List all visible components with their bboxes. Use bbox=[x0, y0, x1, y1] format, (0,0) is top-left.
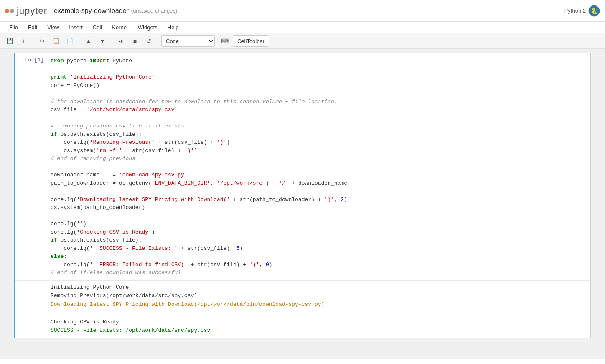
keyboard-button[interactable]: ⌨ bbox=[219, 35, 231, 47]
jupyter-text: jupyter bbox=[17, 5, 47, 16]
menu-insert[interactable]: Insert bbox=[65, 23, 87, 32]
output-line-3: Downloading latest SPY Pricing with Down… bbox=[51, 301, 324, 308]
cell-prompt: In [1]: bbox=[15, 53, 49, 280]
restart-button[interactable]: ↺ bbox=[142, 35, 155, 47]
menu-cell[interactable]: Cell bbox=[89, 23, 106, 32]
copy-button[interactable]: 📋 bbox=[50, 35, 62, 47]
menu-help[interactable]: Help bbox=[163, 23, 183, 32]
code-block: from pycore import PyCore print 'Initial… bbox=[51, 57, 587, 277]
separator-1 bbox=[33, 36, 33, 46]
menu-file[interactable]: File bbox=[5, 23, 22, 32]
add-cell-button[interactable]: + bbox=[17, 35, 30, 47]
skip-button[interactable]: ⏭ bbox=[115, 35, 127, 47]
separator-4 bbox=[158, 36, 158, 46]
main-content: In [1]: from pycore import PyCore print … bbox=[0, 49, 605, 359]
output-line-5: Checking CSV is Ready bbox=[51, 319, 119, 325]
cell-input: In [1]: from pycore import PyCore print … bbox=[15, 53, 590, 280]
celltoolbar-button[interactable]: CellToolbar bbox=[233, 35, 269, 47]
python-icon: 🐍 bbox=[588, 5, 600, 17]
move-down-button[interactable]: ▼ bbox=[96, 35, 109, 47]
cell-output: Initializing Python Core Removing Previo… bbox=[15, 280, 590, 338]
logo-circles bbox=[5, 9, 14, 13]
header: jupyter example-spy-downloader (unsaved … bbox=[0, 0, 605, 22]
menu-kernel[interactable]: Kernel bbox=[108, 23, 132, 32]
paste-button[interactable]: 📄 bbox=[64, 35, 76, 47]
toolbar: 💾 + ✂ 📋 📄 ▲ ▼ ⏭ ■ ↺ Code Markdown Raw NB… bbox=[0, 33, 605, 49]
logo-circle-orange bbox=[5, 9, 9, 13]
cut-button[interactable]: ✂ bbox=[36, 35, 48, 47]
cell-type-select[interactable]: Code Markdown Raw NBConvert Heading bbox=[161, 35, 215, 47]
notebook-title[interactable]: example-spy-downloader bbox=[54, 7, 129, 15]
python-label: Python 2 bbox=[564, 8, 586, 14]
move-up-button[interactable]: ▲ bbox=[82, 35, 95, 47]
python-badge: Python 2 🐍 bbox=[564, 5, 600, 17]
stop-button[interactable]: ■ bbox=[129, 35, 141, 47]
output-line-6: SUCCESS - File Exists: /opt/work/data/sr… bbox=[51, 327, 210, 333]
output-line-1: Initializing Python Core bbox=[51, 284, 129, 290]
menu-widgets[interactable]: Widgets bbox=[134, 23, 162, 32]
menu-view[interactable]: View bbox=[43, 23, 63, 32]
jupyter-logo: jupyter bbox=[5, 5, 47, 16]
separator-2 bbox=[79, 36, 79, 46]
output-line-2: Removing Previous(/opt/work/data/src/spy… bbox=[51, 293, 197, 299]
logo-circle-gray bbox=[10, 9, 14, 13]
menubar: File Edit View Insert Cell Kernel Widget… bbox=[0, 22, 605, 33]
unsaved-indicator: (unsaved changes) bbox=[131, 8, 178, 14]
svg-text:🐍: 🐍 bbox=[591, 8, 598, 15]
cell-code-content[interactable]: from pycore import PyCore print 'Initial… bbox=[49, 53, 590, 280]
code-cell: In [1]: from pycore import PyCore print … bbox=[14, 53, 591, 338]
menu-edit[interactable]: Edit bbox=[24, 23, 41, 32]
separator-3 bbox=[112, 36, 112, 46]
save-button[interactable]: 💾 bbox=[3, 35, 16, 47]
